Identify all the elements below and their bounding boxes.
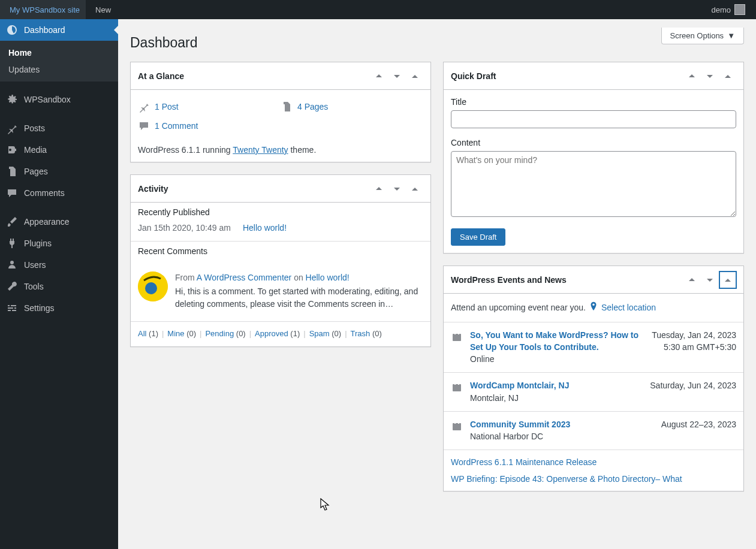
new-label: New [95,5,111,14]
event-title-link[interactable]: Community Summit 2023 [470,420,570,429]
filter-all[interactable]: All [138,329,146,338]
toggle-button[interactable] [719,272,736,288]
event-icon [451,419,463,442]
title-input[interactable] [451,110,736,128]
content-textarea[interactable] [451,151,736,217]
at-a-glance-box: At a Glance 1 Post [130,62,431,162]
admin-bar: My WPSandbox site New demo [0,0,756,19]
content-label: Content [451,138,736,147]
svg-rect-2 [453,334,461,341]
save-draft-button[interactable]: Save Draft [451,228,505,246]
event-icon [451,380,463,403]
recent-comments-heading: Recent Comments [131,242,430,262]
news-link[interactable]: WordPress 6.1.1 Maintenance Release [451,457,736,467]
event-date: Tuesday, Jan 24, 20235:30 am GMT+5:30 [652,330,736,364]
glance-heading: At a Glance [138,71,184,81]
menu-dashboard[interactable]: Dashboard [0,19,118,41]
event-date: August 22–23, 2023 [661,419,736,442]
dashboard-submenu: Home Updates [0,41,118,82]
event-row: WordCamp Montclair, NJMontclair, NJ Satu… [444,372,743,411]
chevron-down-icon: ▼ [727,31,735,40]
glance-posts-link[interactable]: 1 Post [155,102,179,111]
svg-rect-6 [454,382,456,385]
move-up-button[interactable] [683,272,700,288]
comment-post-link[interactable]: Hello world! [306,273,350,282]
move-up-button[interactable] [371,180,387,197]
publish-time: Jan 15th 2020, 10:49 am [138,223,231,233]
move-up-button[interactable] [371,68,387,85]
sliders-icon [6,302,18,314]
screen-options-button[interactable]: Screen Options ▼ [661,28,744,44]
move-down-button[interactable] [388,68,405,85]
page-title: Dashboard [130,28,198,51]
site-link[interactable]: My WPSandbox site [0,0,86,19]
glance-comments-link[interactable]: 1 Comment [155,121,198,131]
submenu-updates[interactable]: Updates [0,61,118,78]
toggle-button[interactable] [406,180,423,197]
submenu-home[interactable]: Home [0,44,118,61]
events-news-box: WordPress Events and News Attend an upco… [443,266,744,491]
user-menu[interactable]: demo [705,0,751,19]
menu-wpsandbox[interactable]: WPSandbox [0,89,118,110]
glance-pages-link[interactable]: 4 Pages [297,102,328,111]
theme-link[interactable]: Twenty Twenty [233,145,288,155]
users-icon [6,259,18,271]
move-down-button[interactable] [388,180,405,197]
user-name: demo [711,5,731,14]
event-title-link[interactable]: WordCamp Montclair, NJ [470,381,569,390]
activity-heading: Activity [138,184,168,194]
menu-comments[interactable]: Comments [0,182,118,204]
event-location: Online [470,354,644,364]
filter-spam[interactable]: Spam [309,329,330,338]
comment-author-link[interactable]: A WordPress Commenter [197,273,291,282]
publish-title-link[interactable]: Hello world! [243,223,287,233]
filter-trash[interactable]: Trash [351,329,371,338]
menu-media[interactable]: Media [0,139,118,161]
event-row: Community Summit 2023National Harbor DC … [444,411,743,450]
pin-icon [6,122,18,134]
toggle-button[interactable] [406,68,423,85]
menu-plugins[interactable]: Plugins [0,233,118,254]
pin-icon [138,101,150,113]
events-heading: WordPress Events and News [451,275,567,285]
menu-appearance[interactable]: Appearance [0,211,118,233]
toggle-button[interactable] [719,68,736,85]
menu-settings[interactable]: Settings [0,297,118,319]
quick-draft-box: Quick Draft Title Content [443,62,744,254]
plug-icon [6,237,18,249]
menu-users[interactable]: Users [0,254,118,276]
admin-sidebar: Dashboard Home Updates WPSandbox Posts M… [0,19,118,549]
filter-mine[interactable]: Mine [167,329,184,338]
new-content[interactable]: New [86,0,117,19]
select-location-link[interactable]: Select location [601,303,656,312]
comment-icon [138,120,150,132]
gear-icon [6,93,18,105]
move-down-button[interactable] [701,272,718,288]
filter-pending[interactable]: Pending [205,329,234,338]
title-label: Title [451,97,736,107]
svg-rect-10 [458,421,459,424]
glance-version: WordPress 6.1.1 running Twenty Twenty th… [138,143,423,155]
event-location: Montclair, NJ [470,393,643,403]
menu-tools[interactable]: Tools [0,276,118,297]
event-title-link[interactable]: So, You Want to Make WordPress? How to S… [470,330,638,352]
menu-pages[interactable]: Pages [0,161,118,182]
news-link[interactable]: WP Briefing: Episode 43: Openverse & Pho… [451,474,736,484]
move-up-button[interactable] [683,68,700,85]
comment-icon [6,187,18,199]
events-attend-text: Attend an upcoming event near you. [451,303,586,312]
svg-rect-7 [458,382,459,385]
recently-published-heading: Recently Published [131,203,430,223]
svg-rect-5 [453,384,461,391]
quick-draft-heading: Quick Draft [451,71,496,81]
svg-rect-3 [454,332,456,334]
svg-point-1 [145,282,157,294]
comment-avatar [138,272,168,301]
move-down-button[interactable] [701,68,718,85]
comment-excerpt: Hi, this is a comment. To get started wi… [175,285,423,310]
dashboard-icon [6,24,18,36]
svg-rect-9 [454,421,456,424]
menu-posts[interactable]: Posts [0,117,118,139]
filter-approved[interactable]: Approved [255,329,288,338]
svg-rect-8 [453,423,461,430]
